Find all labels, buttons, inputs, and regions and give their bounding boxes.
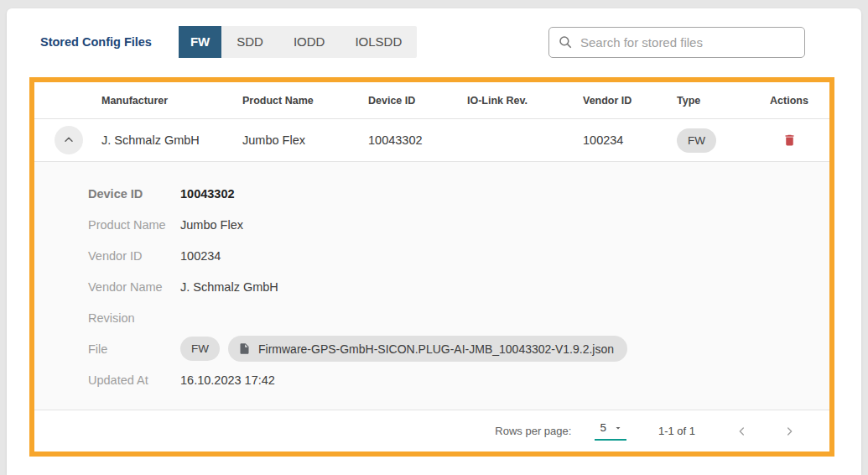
next-page-button[interactable] [777,420,801,443]
tab-sdd[interactable]: SDD [221,26,278,58]
detail-row-vendor-id: Vendor ID 100234 [88,240,829,271]
col-vendor-id: Vendor ID [583,95,677,107]
toolbar: Stored Config Files FW SDD IODD IOLSDD [7,25,861,59]
chevron-left-icon [735,425,749,438]
tab-iolsdd[interactable]: IOLSDD [340,26,417,58]
table-row: J. Schmalz GmbH Jumbo Flex 10043302 1002… [34,119,829,162]
search-box [548,27,805,58]
page-title: Stored Config Files [40,35,152,49]
detail-value: 100234 [180,249,829,263]
detail-label: Vendor ID [88,249,180,263]
content-card: Stored Config Files FW SDD IODD IOLSDD M… [7,8,861,475]
detail-label: Vendor Name [88,280,180,294]
file-type-tabs: FW SDD IODD IOLSDD [179,26,417,58]
detail-label: Updated At [88,373,180,387]
pagination-bar: Rows per page: 5 1-1 of 1 [34,410,829,452]
previous-page-button[interactable] [730,420,754,443]
cell-device-id: 10043302 [368,133,467,147]
detail-value: Jumbo Flex [180,218,829,232]
rows-per-page-label: Rows per page: [495,425,571,437]
cell-manufacturer: J. Schmalz GmbH [101,133,242,147]
detail-value: 10043302 [180,187,829,201]
stored-files-panel: Manufacturer Product Name Device ID IO-L… [29,77,834,457]
caret-down-icon [613,423,623,433]
file-type-badge: FW [180,337,220,361]
detail-row-updated-at: Updated At 16.10.2023 17:42 [88,364,829,395]
detail-row-revision: Revision [88,302,829,333]
detail-label: Device ID [88,187,180,201]
detail-label: Product Name [88,218,180,232]
detail-value: 16.10.2023 17:42 [180,373,829,387]
file-name: Firmware-GPS-GmbH-SICON.PLUG-AI-JMB_1004… [258,342,614,356]
trash-icon [782,133,797,148]
rows-per-page-value: 5 [600,421,606,434]
file-icon [238,342,251,356]
table-header: Manufacturer Product Name Device ID IO-L… [34,82,829,119]
detail-row-vendor-name: Vendor Name J. Schmalz GmbH [88,271,829,302]
collapse-row-button[interactable] [55,126,83,154]
search-input[interactable] [580,35,796,50]
detail-value: J. Schmalz GmbH [180,280,829,294]
col-device-id: Device ID [368,95,467,107]
detail-row-product-name: Product Name Jumbo Flex [88,209,829,240]
detail-label: File [88,342,180,356]
col-type: Type [677,95,756,107]
col-product-name: Product Name [242,95,368,107]
type-badge: FW [677,128,716,153]
col-manufacturer: Manufacturer [101,95,242,107]
cell-vendor-id: 100234 [583,133,677,147]
rows-per-page-select[interactable]: 5 [595,421,626,441]
detail-row-device-id: Device ID 10043302 [88,178,829,209]
search-icon [558,34,573,50]
file-chip[interactable]: Firmware-GPS-GmbH-SICON.PLUG-AI-JMB_1004… [228,336,627,362]
cell-product-name: Jumbo Flex [242,133,368,147]
detail-row-file: File FW Firmware-GPS-GmbH-SICON.PLUG-AI-… [88,333,829,364]
col-actions: Actions [756,95,829,107]
tab-iodd[interactable]: IODD [278,26,340,58]
tab-fw[interactable]: FW [179,26,221,58]
chevron-up-icon [62,133,75,147]
detail-label: Revision [88,311,180,325]
row-details: Device ID 10043302 Product Name Jumbo Fl… [34,162,829,410]
page-range-label: 1-1 of 1 [658,425,695,437]
col-io-link-rev: IO-Link Rev. [467,95,583,107]
delete-button[interactable] [779,129,800,151]
chevron-right-icon [782,425,796,438]
